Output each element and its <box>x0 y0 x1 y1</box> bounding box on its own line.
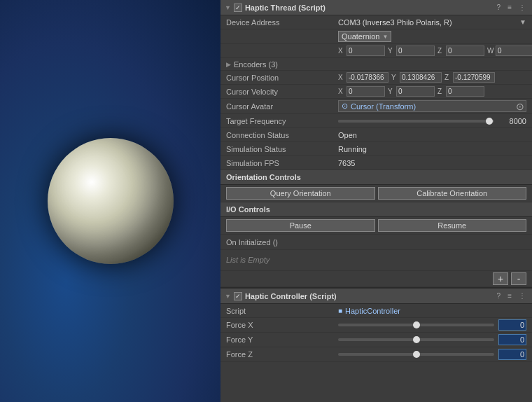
cursor-position-y-label: Y <box>391 74 398 81</box>
force-x-label: Force X <box>226 321 338 329</box>
orientation-controls-header: Orientation Controls <box>220 170 532 185</box>
haptic-controller-settings-icon[interactable]: ≡ <box>505 291 514 300</box>
cursor-velocity-z-input[interactable] <box>446 86 484 97</box>
target-frequency-value: 8000 <box>498 117 526 125</box>
quaternion-w-field: W <box>487 46 532 56</box>
cursor-velocity-y-input[interactable] <box>396 86 435 97</box>
calibrate-orientation-button[interactable]: Calibrate Orientation <box>378 187 527 200</box>
haptic-controller-more-icon[interactable]: ⋮ <box>517 291 528 300</box>
connection-status-label: Connection Status <box>226 131 338 139</box>
force-z-slider-track[interactable] <box>338 353 494 356</box>
quaternion-w-input[interactable] <box>496 46 532 56</box>
force-y-slider-track[interactable] <box>338 338 494 341</box>
quaternion-z-field: Z <box>438 46 484 56</box>
force-y-value[interactable] <box>498 334 526 345</box>
cursor-position-z-input[interactable] <box>453 72 495 83</box>
3d-viewport <box>0 0 220 402</box>
cursor-velocity-y-label: Y <box>388 88 395 95</box>
on-initialized-row: On Initialized () <box>220 235 532 250</box>
resume-button[interactable]: Resume <box>378 219 527 232</box>
target-frequency-slider-fill <box>338 120 486 123</box>
encoders-row[interactable]: ▶ Encoders (3) <box>220 58 532 71</box>
device-address-value: COM3 (Inverse3 Philo Polaris, R) <box>338 18 519 27</box>
quaternion-w-label: W <box>487 47 494 55</box>
cursor-velocity-label: Cursor Velocity <box>226 88 338 96</box>
force-y-slider-thumb[interactable] <box>413 336 420 343</box>
simulation-status-row: Simulation Status Running <box>220 142 532 156</box>
cursor-position-label: Cursor Position <box>226 74 338 82</box>
target-frequency-slider-thumb[interactable] <box>486 118 493 125</box>
cursor-avatar-obj-icon: ⊙ <box>342 102 348 111</box>
haptic-controller-help-icon[interactable]: ? <box>495 291 503 300</box>
connection-status-value: Open <box>338 131 526 139</box>
quaternion-y-label: Y <box>388 47 395 55</box>
haptic-thread-settings-icon[interactable]: ≡ <box>505 3 514 12</box>
script-row: Script ■ HapticController <box>220 304 532 318</box>
quaternion-xyzw-fields: X Y Z W <box>338 46 532 56</box>
haptic-controller-header-icons: ? ≡ ⋮ <box>495 291 528 300</box>
3d-sphere <box>48 138 174 264</box>
remove-item-button[interactable]: - <box>511 272 526 285</box>
haptic-thread-triangle-icon[interactable]: ▼ <box>225 4 231 11</box>
device-address-dropdown-arrow[interactable]: ▼ <box>519 18 526 26</box>
force-x-slider-thumb[interactable] <box>413 321 420 328</box>
haptic-controller-section-header: ▼ ✓ Haptic Controller (Script) ? ≡ ⋮ <box>220 289 532 304</box>
device-address-value-container: COM3 (Inverse3 Philo Polaris, R) ▼ <box>338 18 526 27</box>
cursor-velocity-x-input[interactable] <box>346 86 385 97</box>
haptic-thread-more-icon[interactable]: ⋮ <box>517 3 528 12</box>
quaternion-dropdown-label: Quaternion <box>342 32 379 41</box>
haptic-controller-triangle-icon[interactable]: ▼ <box>225 293 231 300</box>
quaternion-z-label: Z <box>438 47 444 55</box>
cursor-velocity-z-label: Z <box>438 88 444 95</box>
quaternion-y-input[interactable] <box>396 46 435 56</box>
cursor-avatar-obj-name[interactable]: Cursor (Transform) <box>351 102 416 111</box>
script-value[interactable]: HapticController <box>345 307 400 315</box>
script-value-container: ■ HapticController <box>338 307 400 315</box>
cursor-position-y-input[interactable] <box>400 72 442 83</box>
cursor-velocity-z-field: Z <box>438 86 484 97</box>
cursor-avatar-target-icon[interactable]: ⊙ <box>516 101 524 112</box>
force-x-value[interactable] <box>498 319 526 331</box>
force-y-row: Force Y <box>220 333 532 347</box>
quaternion-z-input[interactable] <box>446 46 484 56</box>
add-item-button[interactable]: + <box>493 272 508 285</box>
io-controls-label: I/O Controls <box>226 205 270 214</box>
haptic-controller-enabled-checkbox[interactable]: ✓ <box>234 292 242 300</box>
orientation-controls-btn-row: Query Orientation Calibrate Orientation <box>220 185 532 202</box>
orientation-controls-label: Orientation Controls <box>226 173 301 181</box>
target-frequency-row: Target Frequency 8000 <box>220 114 532 128</box>
quaternion-dropdown[interactable]: Quaternion ▼ <box>338 31 391 42</box>
query-orientation-button[interactable]: Query Orientation <box>226 187 375 200</box>
quaternion-xyzw-row: X Y Z W <box>220 44 532 58</box>
device-address-row: Device Address COM3 (Inverse3 Philo Pola… <box>220 15 532 29</box>
force-x-slider-track[interactable] <box>338 324 494 326</box>
haptic-thread-section-header: ▼ ✓ Haptic Thread (Script) ? ≡ ⋮ <box>220 0 532 15</box>
force-z-row: Force Z <box>220 347 532 362</box>
quaternion-fields: Quaternion ▼ <box>338 31 526 42</box>
connection-status-row: Connection Status Open <box>220 128 532 142</box>
script-label: Script <box>226 307 338 315</box>
device-address-label: Device Address <box>226 18 338 27</box>
haptic-controller-script-icon: ■ <box>338 307 342 314</box>
cursor-position-x-input[interactable] <box>346 72 388 83</box>
list-empty-label: List is Empty <box>226 253 526 267</box>
force-z-value[interactable] <box>498 349 526 360</box>
haptic-thread-enabled-checkbox[interactable]: ✓ <box>234 4 242 12</box>
simulation-fps-value: 7635 <box>338 159 526 167</box>
quaternion-row: Quaternion ▼ <box>220 29 532 44</box>
force-z-slider-thumb[interactable] <box>413 351 420 358</box>
cursor-velocity-x-label: X <box>338 88 345 95</box>
haptic-controller-title: Haptic Controller (Script) <box>245 292 495 300</box>
cursor-velocity-row: Cursor Velocity X Y Z <box>220 85 532 99</box>
pause-button[interactable]: Pause <box>226 219 375 232</box>
simulation-status-value: Running <box>338 145 526 153</box>
list-area: List is Empty <box>220 250 532 271</box>
quaternion-x-label: X <box>338 47 345 55</box>
encoders-triangle-icon: ▶ <box>226 61 231 68</box>
quaternion-x-input[interactable] <box>346 46 385 56</box>
target-frequency-slider-track[interactable] <box>338 120 494 123</box>
cursor-avatar-label: Cursor Avatar <box>226 102 338 111</box>
cursor-velocity-x-field: X <box>338 86 385 97</box>
haptic-thread-header-icons: ? ≡ ⋮ <box>495 3 528 12</box>
haptic-thread-help-icon[interactable]: ? <box>495 3 503 12</box>
